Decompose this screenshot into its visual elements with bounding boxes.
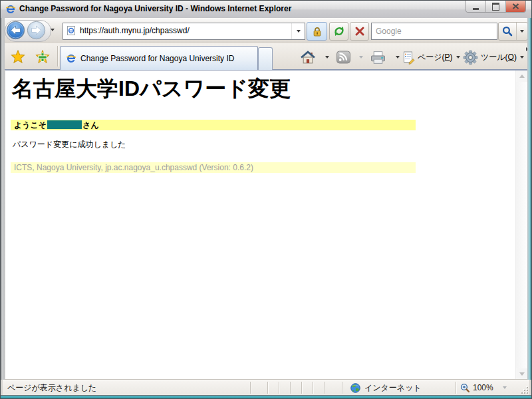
stop-button[interactable] bbox=[350, 22, 369, 41]
window-controls bbox=[466, 1, 526, 13]
tools-menu-button[interactable]: ツール(O) bbox=[463, 49, 524, 66]
status-message: ページが表示されました bbox=[7, 380, 96, 396]
chevron-down-icon bbox=[325, 56, 329, 59]
status-pane-divider bbox=[301, 382, 302, 394]
success-message: パスワード変更に成功しました bbox=[13, 139, 126, 150]
feeds-dropdown[interactable] bbox=[356, 49, 363, 66]
arrow-up-icon bbox=[519, 74, 525, 78]
back-button[interactable] bbox=[6, 21, 25, 40]
scroll-up-button[interactable] bbox=[516, 70, 527, 82]
username-redaction bbox=[47, 120, 82, 129]
status-pane-divider bbox=[279, 382, 279, 394]
maximize-icon bbox=[492, 3, 499, 11]
search-go-button[interactable] bbox=[499, 23, 516, 40]
welcome-banner: ようこそさん bbox=[11, 120, 416, 130]
maximize-button[interactable] bbox=[486, 1, 506, 12]
zoom-magnifier-icon bbox=[460, 383, 470, 393]
title-bar[interactable]: Change Password for Nagoya University ID… bbox=[1, 1, 531, 19]
add-favorite-button[interactable] bbox=[31, 47, 54, 66]
home-icon bbox=[300, 51, 316, 65]
security-zone: インターネット bbox=[350, 380, 422, 396]
chevron-down-icon bbox=[520, 30, 524, 33]
home-dropdown[interactable] bbox=[322, 49, 329, 66]
refresh-icon bbox=[333, 25, 345, 37]
page-title: 名古屋大学IDパスワード変更 bbox=[12, 74, 291, 104]
url-text: https://auth.mynu.jp/chpasswd/ bbox=[80, 23, 190, 39]
status-pane-divider bbox=[342, 382, 342, 394]
window-title: Change Password for Nagoya University ID… bbox=[19, 1, 291, 17]
gear-icon bbox=[463, 50, 478, 65]
stop-x-icon bbox=[354, 26, 365, 37]
navigation-bar: https://auth.mynu.jp/chpasswd/ bbox=[1, 18, 531, 44]
arrow-down-icon bbox=[519, 372, 525, 376]
print-button[interactable] bbox=[370, 49, 386, 66]
window-frame-left bbox=[1, 18, 5, 380]
refresh-button[interactable] bbox=[329, 22, 348, 41]
internet-globe-icon bbox=[350, 383, 360, 393]
chevron-down-icon bbox=[456, 56, 460, 59]
status-pane-divider bbox=[313, 382, 313, 394]
page-content: 名古屋大学IDパスワード変更 ようこそさん パスワード変更に成功しました ICT… bbox=[5, 70, 527, 380]
minimize-icon bbox=[473, 8, 479, 10]
ie-page-icon bbox=[66, 53, 76, 64]
chevron-down-icon bbox=[359, 56, 363, 59]
add-star-icon bbox=[35, 50, 50, 64]
print-dropdown[interactable] bbox=[392, 49, 400, 66]
close-button[interactable] bbox=[506, 1, 525, 12]
zoom-control[interactable]: 100% bbox=[460, 380, 507, 396]
page-menu-icon bbox=[403, 51, 415, 65]
status-pane-divider bbox=[250, 382, 251, 394]
feeds-button[interactable] bbox=[336, 49, 351, 66]
status-pane-divider bbox=[324, 382, 325, 394]
welcome-suffix: さん bbox=[82, 120, 99, 130]
chevron-down-icon bbox=[51, 29, 55, 31]
search-input[interactable] bbox=[372, 23, 497, 39]
tab-title: Change Password for Nagoya University ID bbox=[80, 54, 234, 63]
recent-pages-dropdown[interactable] bbox=[51, 29, 55, 31]
forward-button[interactable] bbox=[27, 21, 46, 40]
zoom-level: 100% bbox=[473, 383, 493, 392]
search-icon bbox=[502, 26, 513, 37]
chevron-down-icon bbox=[396, 56, 400, 59]
chevron-down-icon bbox=[297, 30, 301, 33]
search-button-group bbox=[498, 22, 528, 41]
address-dropdown[interactable] bbox=[291, 23, 305, 39]
tab-command-bar: Change Password for Nagoya University ID bbox=[1, 43, 531, 70]
printer-icon bbox=[370, 51, 386, 65]
chevron-down-icon bbox=[503, 386, 507, 389]
address-bar[interactable]: https://auth.mynu.jp/chpasswd/ bbox=[63, 23, 305, 40]
ie-logo-icon bbox=[5, 4, 16, 15]
status-bar: ページが表示されました インターネット 100% bbox=[3, 379, 529, 396]
new-tab-button[interactable] bbox=[258, 47, 273, 70]
welcome-prefix: ようこそ bbox=[14, 120, 47, 130]
window-frame-right bbox=[527, 18, 531, 380]
security-lock-button[interactable] bbox=[307, 22, 327, 41]
version-footer: ICTS, Nagoya University, jp.ac.nagoya_u.… bbox=[11, 162, 416, 173]
status-pane-divider bbox=[290, 382, 291, 394]
toolbar-separator bbox=[57, 46, 58, 66]
page-menu-button[interactable]: ページ(P) bbox=[403, 49, 460, 66]
tab-change-password[interactable]: Change Password for Nagoya University ID bbox=[60, 46, 258, 70]
lock-icon bbox=[312, 26, 323, 37]
minimize-button[interactable] bbox=[466, 1, 486, 12]
resize-grip[interactable] bbox=[520, 386, 528, 394]
vertical-scrollbar[interactable] bbox=[515, 70, 527, 380]
tools-menu-label: ツール(O) bbox=[481, 52, 517, 63]
rss-feed-icon bbox=[336, 51, 351, 64]
status-pane-divider bbox=[456, 382, 456, 394]
home-button[interactable] bbox=[300, 49, 316, 66]
page-favicon-icon bbox=[66, 25, 76, 36]
zone-label: インターネット bbox=[364, 382, 422, 394]
browser-window: Change Password for Nagoya University ID… bbox=[0, 0, 532, 399]
chevron-down-icon bbox=[520, 56, 524, 59]
status-pane-divider bbox=[267, 382, 268, 394]
scroll-down-button[interactable] bbox=[516, 368, 527, 380]
star-icon bbox=[11, 50, 25, 64]
search-box bbox=[371, 23, 497, 40]
favorites-center-button[interactable] bbox=[6, 47, 29, 66]
search-options-dropdown[interactable] bbox=[516, 23, 527, 40]
page-menu-label: ページ(P) bbox=[418, 52, 453, 63]
window-frame-bottom bbox=[1, 395, 531, 398]
close-icon bbox=[512, 3, 519, 9]
